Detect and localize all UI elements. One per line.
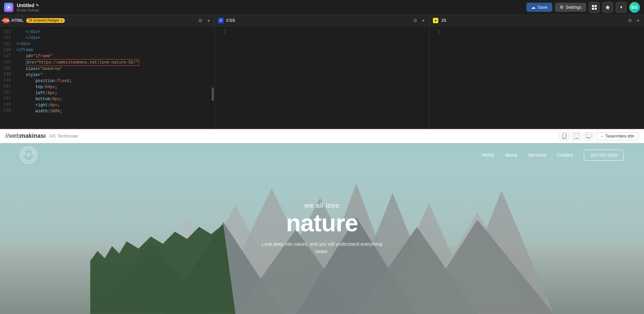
css-panel: ✦ CSS ⚙ ▾ 1 xyxy=(215,15,430,128)
html-badge-label: HTML xyxy=(2,19,10,22)
preview-toolbar: //webmakinası A/C Technician ← Tasarımla… xyxy=(0,129,644,143)
pin-button[interactable] xyxy=(602,2,613,13)
unsaved-badge: 19 unsaved changes × xyxy=(26,18,65,23)
app-title-group: Untitled ✎ Ercan Gulcay xyxy=(17,3,39,12)
js-code-body[interactable]: 1 xyxy=(430,26,644,128)
scrollbar-thumb[interactable] xyxy=(212,87,214,101)
html-panel: HTML HTML 19 unsaved changes × ⚙ ▾ 133 1… xyxy=(0,15,215,128)
html-panel-header: HTML HTML 19 unsaved changes × ⚙ ▾ xyxy=(0,15,214,26)
topbar: Untitled ✎ Ercan Gulcay ☁ Save ⚙ Setting… xyxy=(0,0,644,15)
css-expand-button[interactable]: ▾ xyxy=(421,17,426,24)
back-label: ← Tasarımlara dön xyxy=(600,134,634,139)
html-settings-button[interactable]: ⚙ xyxy=(197,17,204,24)
preview-toolbar-left: //webmakinası A/C Technician xyxy=(5,132,78,140)
app-subtitle: Ercan Gulcay xyxy=(17,8,39,12)
hero-subtitle: we all love xyxy=(255,202,389,209)
svg-rect-8 xyxy=(576,138,577,139)
settings-gear-icon: ⚙ xyxy=(560,5,564,10)
topbar-left: Untitled ✎ Ercan Gulcay xyxy=(4,3,39,12)
title-text: Untitled xyxy=(17,3,34,8)
website-preview: N Home About Services Contact 202-555-01… xyxy=(0,143,644,314)
nav-services[interactable]: Services xyxy=(528,152,546,158)
css-line-numbers: 1 xyxy=(215,26,228,128)
html-panel-header-right: ⚙ ▾ xyxy=(197,17,211,24)
svg-text:N: N xyxy=(27,153,30,158)
unsaved-close-icon[interactable]: × xyxy=(61,18,63,23)
js-panel: ● JS ⚙ ▾ 1 xyxy=(430,15,644,128)
dropdown-button[interactable]: ▾ xyxy=(616,2,627,13)
css-code-lines: 1 xyxy=(215,26,429,128)
save-cloud-icon: ☁ xyxy=(531,5,535,10)
svg-rect-3 xyxy=(592,8,594,10)
css-panel-header: ✦ CSS ⚙ ▾ xyxy=(215,15,429,26)
html-code-content[interactable]: </div> </div> </div> <iframe id="iframe"… xyxy=(13,26,214,128)
html-badge: HTML xyxy=(3,18,9,23)
css-badge: ✦ xyxy=(218,18,224,23)
app-logo xyxy=(4,3,13,12)
html-panel-header-left: HTML HTML 19 unsaved changes × xyxy=(3,18,65,23)
hero-description: Look deep into nature, and you will unde… xyxy=(255,240,389,256)
preview-toolbar-right: ← Tasarımlara dön xyxy=(560,132,639,140)
svg-rect-2 xyxy=(595,5,597,7)
desktop-view-button[interactable] xyxy=(584,132,593,140)
nav-home[interactable]: Home xyxy=(482,152,494,158)
js-badge: ● xyxy=(433,18,438,23)
hero-content: we all love nature Look deep into nature… xyxy=(255,202,389,256)
svg-rect-1 xyxy=(592,5,594,7)
nav-contact[interactable]: Contact xyxy=(557,152,573,158)
js-panel-header-left: ● JS xyxy=(433,18,446,23)
preview-brand: //webmakinası xyxy=(5,132,46,140)
chevron-down-icon: ▾ xyxy=(620,5,622,10)
js-panel-label: JS xyxy=(441,18,446,23)
unsaved-count: 19 unsaved changes xyxy=(28,18,59,22)
js-code-lines: 1 xyxy=(430,26,644,128)
svg-rect-9 xyxy=(586,134,591,138)
editor-area: HTML HTML 19 unsaved changes × ⚙ ▾ 133 1… xyxy=(0,15,644,129)
css-panel-header-left: ✦ CSS xyxy=(218,18,235,23)
edit-icon[interactable]: ✎ xyxy=(36,3,39,8)
tablet-view-button[interactable] xyxy=(572,132,581,140)
nav-about[interactable]: About xyxy=(505,152,518,158)
logo-svg: N xyxy=(22,148,35,162)
preview-area: //webmakinası A/C Technician ← Tasarımla… xyxy=(0,129,644,314)
js-panel-header-right: ⚙ ▾ xyxy=(627,17,641,24)
css-code-body[interactable]: 1 xyxy=(215,26,429,128)
settings-label: Settings xyxy=(566,5,581,10)
preview-subtitle: A/C Technician xyxy=(49,133,78,139)
brand-suffix: makinası xyxy=(20,132,46,139)
avatar[interactable]: EG xyxy=(629,2,640,13)
site-nav: N Home About Services Contact 202-555-01… xyxy=(0,143,644,167)
site-logo: N xyxy=(20,147,37,163)
topbar-right: ☁ Save ⚙ Settings ▾ EG xyxy=(526,2,640,13)
hero-title: nature xyxy=(255,211,389,235)
html-panel-label: HTML xyxy=(11,18,24,23)
mobile-view-button[interactable] xyxy=(560,132,569,140)
svg-rect-4 xyxy=(595,8,597,10)
html-line-numbers: 133 134 135 136 137 138 139 140 141 142 … xyxy=(0,26,13,128)
site-nav-links: Home About Services Contact 202-555-0188 xyxy=(482,150,624,161)
save-label: Save xyxy=(537,5,548,10)
grid-view-button[interactable] xyxy=(589,2,600,13)
back-to-designs-button[interactable]: ← Tasarımlara dön xyxy=(596,132,639,140)
html-expand-button[interactable]: ▾ xyxy=(206,17,211,24)
html-code-body[interactable]: 133 134 135 136 137 138 139 140 141 142 … xyxy=(0,26,214,128)
html-code-lines: 133 134 135 136 137 138 139 140 141 142 … xyxy=(0,26,214,128)
js-badge-icon: ● xyxy=(435,19,436,22)
css-code-content[interactable] xyxy=(228,26,429,128)
svg-rect-6 xyxy=(564,138,565,139)
js-line-numbers: 1 xyxy=(430,26,443,128)
css-panel-label: CSS xyxy=(226,18,235,23)
js-code-content[interactable] xyxy=(443,26,644,128)
brand-prefix: //web xyxy=(5,132,20,139)
css-badge-icon: ✦ xyxy=(219,19,222,22)
css-settings-button[interactable]: ⚙ xyxy=(412,17,419,24)
css-panel-header-right: ⚙ ▾ xyxy=(412,17,426,24)
phone-button[interactable]: 202-555-0188 xyxy=(584,150,624,161)
js-panel-header: ● JS ⚙ ▾ xyxy=(430,15,644,26)
save-button[interactable]: ☁ Save xyxy=(526,3,552,12)
settings-button[interactable]: ⚙ Settings xyxy=(555,3,586,12)
js-expand-button[interactable]: ▾ xyxy=(636,17,641,24)
js-settings-button[interactable]: ⚙ xyxy=(627,17,634,24)
svg-marker-25 xyxy=(90,225,236,314)
app-title: Untitled ✎ xyxy=(17,3,39,8)
